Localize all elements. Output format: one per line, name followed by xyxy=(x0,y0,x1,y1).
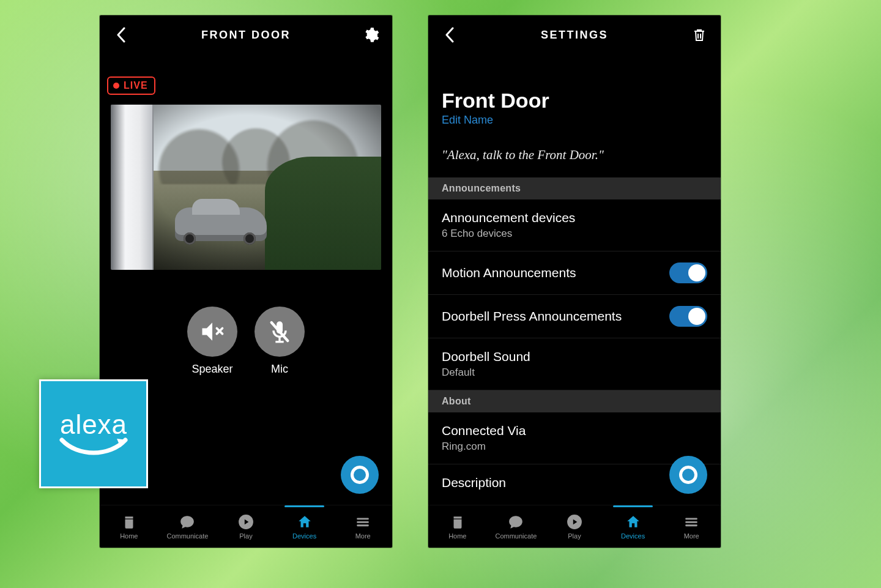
video-decor xyxy=(111,105,154,270)
svg-rect-1 xyxy=(275,341,283,343)
back-button[interactable] xyxy=(111,24,132,45)
svg-rect-6 xyxy=(357,524,369,526)
mic-button[interactable] xyxy=(255,307,305,357)
chevron-left-icon xyxy=(116,27,127,43)
app-header: SETTINGS xyxy=(428,15,721,54)
play-circle-icon xyxy=(567,514,582,530)
echo-icon xyxy=(121,514,137,530)
chat-bubble-icon xyxy=(508,514,524,530)
toggle-knob-icon xyxy=(688,308,705,325)
toggle-motion[interactable] xyxy=(669,262,707,283)
nav-home[interactable]: Home xyxy=(100,505,158,548)
trash-icon xyxy=(692,27,707,43)
mic-muted-icon xyxy=(267,319,292,344)
alexa-ring-icon xyxy=(679,466,697,484)
toggle-doorbell-press[interactable] xyxy=(669,306,707,327)
svg-rect-0 xyxy=(278,337,280,341)
alexa-fab-button[interactable] xyxy=(341,456,379,494)
nav-more[interactable]: More xyxy=(333,505,392,548)
live-badge: LIVE xyxy=(107,76,155,95)
nav-home[interactable]: Home xyxy=(428,505,487,548)
back-button[interactable] xyxy=(439,24,460,45)
settings-scroll[interactable]: Front Door Edit Name "Alexa, talk to the… xyxy=(428,54,721,505)
row-doorbell-press-announcements[interactable]: Doorbell Press Announcements xyxy=(428,295,721,338)
nav-devices[interactable]: Devices xyxy=(604,505,663,548)
nav-communicate[interactable]: Communicate xyxy=(487,505,546,548)
video-decor xyxy=(265,157,381,270)
row-motion-announcements[interactable]: Motion Announcements xyxy=(428,251,721,295)
app-header: FRONT DOOR xyxy=(100,15,392,54)
devices-home-icon xyxy=(297,514,313,530)
delete-button[interactable] xyxy=(689,24,710,45)
header-title: SETTINGS xyxy=(460,29,689,42)
svg-rect-8 xyxy=(685,518,697,519)
speaker-muted-icon xyxy=(199,318,226,345)
alexa-ring-icon xyxy=(351,466,369,484)
device-name: Front Door xyxy=(428,54,721,114)
bottom-nav: Home Communicate Play Devices More xyxy=(100,505,392,548)
alexa-smile-icon xyxy=(57,436,130,458)
hamburger-icon xyxy=(683,514,699,530)
media-controls: Speaker Mic xyxy=(100,307,392,376)
svg-rect-5 xyxy=(357,521,369,523)
edit-name-link[interactable]: Edit Name xyxy=(428,114,721,141)
svg-rect-4 xyxy=(357,518,369,519)
settings-button[interactable] xyxy=(360,24,381,45)
chat-bubble-icon xyxy=(179,514,195,530)
devices-home-icon xyxy=(625,514,641,530)
alexa-fab-button[interactable] xyxy=(669,456,707,494)
play-circle-icon xyxy=(238,514,254,530)
record-dot-icon xyxy=(113,83,119,89)
toggle-knob-icon xyxy=(688,264,705,281)
svg-rect-10 xyxy=(685,524,697,526)
nav-play[interactable]: Play xyxy=(545,505,604,548)
gear-icon xyxy=(362,26,379,43)
camera-video-feed[interactable] xyxy=(111,105,381,270)
row-doorbell-sound[interactable]: Doorbell Sound Default xyxy=(428,338,721,390)
header-title: FRONT DOOR xyxy=(132,29,360,42)
svg-rect-9 xyxy=(685,521,697,523)
hamburger-icon xyxy=(355,514,371,530)
row-connected-via[interactable]: Connected Via Ring.com xyxy=(428,412,721,464)
section-announcements: Announcements xyxy=(428,177,721,199)
nav-devices[interactable]: Devices xyxy=(275,505,334,548)
mic-label: Mic xyxy=(255,363,305,376)
alexa-app-logo: alexa xyxy=(39,379,148,488)
video-decor xyxy=(175,207,267,241)
nav-play[interactable]: Play xyxy=(217,505,275,548)
chevron-left-icon xyxy=(444,27,455,43)
section-about: About xyxy=(428,390,721,412)
row-announcement-devices[interactable]: Announcement devices 6 Echo devices xyxy=(428,199,721,251)
alexa-wordmark: alexa xyxy=(60,409,127,440)
live-label: LIVE xyxy=(124,80,148,91)
bottom-nav: Home Communicate Play Devices More xyxy=(428,505,721,548)
phone-settings-view: SETTINGS Front Door Edit Name "Alexa, ta… xyxy=(428,15,721,548)
voice-hint: "Alexa, talk to the Front Door." xyxy=(428,141,721,177)
nav-communicate[interactable]: Communicate xyxy=(158,505,217,548)
speaker-label: Speaker xyxy=(187,363,237,376)
speaker-button[interactable] xyxy=(187,307,237,357)
echo-icon xyxy=(450,514,466,530)
nav-more[interactable]: More xyxy=(662,505,721,548)
